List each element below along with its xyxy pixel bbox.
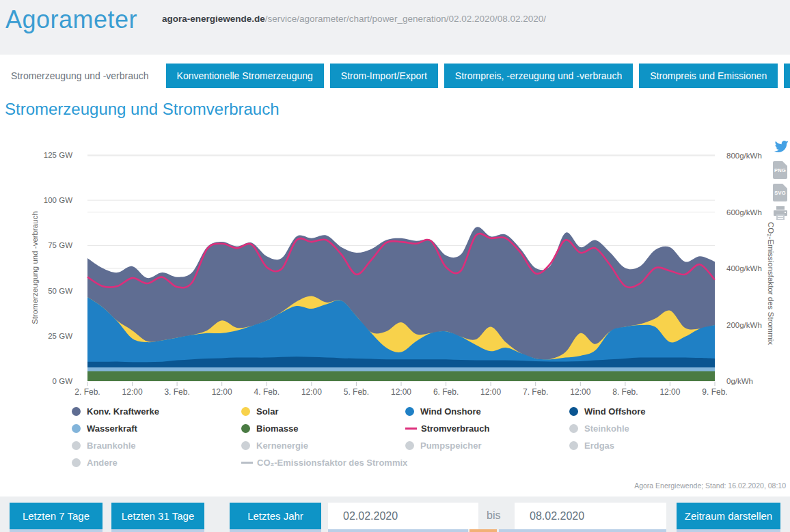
legend-item-wind-onshore[interactable]: Wind Onshore bbox=[405, 403, 489, 420]
legend-item-label: Wind Onshore bbox=[420, 406, 481, 417]
legend-item-co-emissionsfaktor-des-strommix[interactable]: CO₂-Emissionsfaktor des Strommix bbox=[241, 454, 407, 471]
app-header: Agorameter agora-energiewende.de/service… bbox=[0, 0, 790, 55]
svg-text:7. Feb.: 7. Feb. bbox=[523, 387, 548, 397]
legend-item-solar[interactable]: Solar bbox=[241, 403, 407, 420]
svg-text:125 GW: 125 GW bbox=[44, 151, 72, 159]
legend-item-label: Andere bbox=[87, 458, 118, 468]
date-to-input[interactable] bbox=[515, 503, 666, 529]
bis-label: bis bbox=[487, 509, 500, 522]
agorameter-logo: Agorameter bbox=[5, 5, 137, 34]
legend-item-kernenergie[interactable]: Kernenergie bbox=[241, 437, 407, 454]
legend-dot-marker bbox=[405, 441, 414, 450]
legend-dot-marker bbox=[405, 407, 414, 416]
legend-item-label: Wasserkraft bbox=[87, 423, 137, 434]
legend-dot-marker bbox=[569, 407, 578, 416]
date-from-input[interactable] bbox=[328, 503, 478, 529]
legend-item-label: Braunkohle bbox=[87, 440, 136, 451]
range-button-3[interactable]: Letztes Jahr bbox=[230, 503, 321, 529]
svg-text:400g/kWh: 400g/kWh bbox=[726, 264, 762, 272]
area-wind-offshore bbox=[87, 356, 715, 381]
svg-text:600g/kWh: 600g/kWh bbox=[726, 208, 762, 216]
apply-range-button[interactable]: Zeitraum darstellen bbox=[677, 503, 780, 529]
legend-item-wind-offshore[interactable]: Wind Offshore bbox=[569, 403, 645, 420]
legend-item-label: Solar bbox=[256, 406, 279, 417]
datepicker-edge bbox=[328, 529, 468, 532]
datepicker-edge bbox=[111, 529, 204, 532]
legend-dot-marker bbox=[72, 424, 81, 433]
svg-text:6. Feb.: 6. Feb. bbox=[433, 387, 459, 397]
svg-text:12:00: 12:00 bbox=[480, 387, 501, 397]
svg-download-icon[interactable]: SVG bbox=[773, 184, 789, 201]
tab-3[interactable]: Strom-Import/Export bbox=[330, 64, 438, 88]
tab-5[interactable]: Strompreis und Emissionen bbox=[639, 64, 778, 88]
tab-6[interactable]: Auf einen Blick bbox=[784, 64, 790, 88]
range-button-2[interactable]: Letzten 31 Tage bbox=[111, 503, 204, 529]
legend-dot-marker bbox=[72, 458, 81, 467]
breadcrumb: agora-energiewende.de/service/agorameter… bbox=[162, 14, 546, 24]
area-wind-onshore bbox=[87, 297, 715, 381]
legend-dot-marker bbox=[72, 407, 81, 416]
svg-text:0 GW: 0 GW bbox=[53, 377, 73, 385]
legend-column-2: SolarBiomasseKernenergieCO₂-Emissionsfak… bbox=[241, 403, 407, 471]
svg-text:12:00: 12:00 bbox=[301, 387, 322, 397]
svg-text:9. Feb.: 9. Feb. bbox=[702, 387, 727, 397]
legend-item-label: Steinkohle bbox=[584, 423, 629, 434]
datepicker-edge bbox=[677, 529, 780, 532]
legend-item-label: Erdgas bbox=[584, 440, 614, 451]
chart-legend: Konv. KraftwerkeWasserkraftBraunkohleAnd… bbox=[0, 403, 790, 475]
tab-1[interactable]: Stromerzeugung und -verbrauch bbox=[0, 64, 160, 88]
svg-text:100 GW: 100 GW bbox=[44, 196, 72, 204]
breadcrumb-domain: agora-energiewende.de bbox=[162, 14, 265, 24]
legend-item-wasserkraft[interactable]: Wasserkraft bbox=[72, 420, 159, 437]
legend-item-pumpspeicher[interactable]: Pumpspeicher bbox=[405, 437, 489, 454]
legend-item-label: Stromverbrauch bbox=[421, 423, 489, 434]
legend-dot-marker bbox=[569, 441, 578, 450]
svg-text:200g/kWh: 200g/kWh bbox=[726, 321, 762, 329]
datepicker-edge bbox=[499, 529, 666, 532]
legend-column-3: Wind OnshoreStromverbrauchPumpspeicher bbox=[405, 403, 489, 454]
print-icon[interactable] bbox=[773, 206, 789, 223]
svg-text:0g/kWh: 0g/kWh bbox=[726, 377, 753, 385]
area-solar bbox=[87, 296, 715, 381]
svg-text:CO₂-Emissionsfaktor des Stromm: CO₂-Emissionsfaktor des Strommix bbox=[767, 222, 775, 345]
svg-text:75 GW: 75 GW bbox=[48, 241, 72, 249]
svg-text:5. Feb.: 5. Feb. bbox=[344, 387, 369, 397]
agorameter-app: Agorameter agora-energiewende.de/service… bbox=[0, 0, 790, 532]
legend-dot-marker bbox=[72, 441, 81, 450]
legend-item-label: Biomasse bbox=[256, 423, 298, 434]
date-range-bar: bis Zeitraum darstellen Letzten 7 TageLe… bbox=[0, 496, 790, 532]
svg-text:3. Feb.: 3. Feb. bbox=[164, 387, 189, 397]
legend-item-label: Pumpspeicher bbox=[420, 440, 482, 451]
legend-item-biomasse[interactable]: Biomasse bbox=[241, 420, 407, 437]
legend-dot-marker bbox=[241, 424, 250, 433]
legend-dot-marker bbox=[241, 407, 250, 416]
legend-item-andere[interactable]: Andere bbox=[72, 454, 159, 471]
legend-column-4: Wind OffshoreSteinkohleErdgas bbox=[569, 403, 645, 454]
legend-item-erdgas[interactable]: Erdgas bbox=[569, 437, 645, 454]
datepicker-highlight-edge bbox=[469, 529, 497, 532]
legend-item-steinkohle[interactable]: Steinkohle bbox=[569, 420, 645, 437]
svg-text:4. Feb.: 4. Feb. bbox=[254, 387, 280, 397]
svg-text:12:00: 12:00 bbox=[391, 387, 411, 397]
svg-text:25 GW: 25 GW bbox=[48, 332, 72, 340]
twitter-share-icon[interactable] bbox=[773, 140, 789, 156]
png-download-icon[interactable]: PNG bbox=[773, 161, 789, 179]
legend-item-braunkohle[interactable]: Braunkohle bbox=[72, 437, 159, 454]
datepicker-edge bbox=[10, 529, 103, 532]
legend-item-stromverbrauch[interactable]: Stromverbrauch bbox=[405, 420, 489, 437]
svg-text:2. Feb.: 2. Feb. bbox=[74, 387, 100, 397]
legend-item-konv-kraftwerke[interactable]: Konv. Kraftwerke bbox=[72, 403, 159, 420]
svg-text:50 GW: 50 GW bbox=[48, 287, 72, 295]
range-button-1[interactable]: Letzten 7 Tage bbox=[10, 503, 103, 529]
legend-line-marker bbox=[405, 428, 417, 430]
page-title: Stromerzeugung und Stromverbrauch bbox=[5, 100, 280, 119]
tab-2[interactable]: Konventionelle Stromerzeugung bbox=[166, 64, 324, 88]
legend-item-label: Konv. Kraftwerke bbox=[87, 406, 159, 417]
export-toolbar: PNGSVG bbox=[773, 140, 789, 227]
legend-line-marker bbox=[241, 462, 253, 464]
svg-text:12:00: 12:00 bbox=[570, 387, 590, 397]
tab-4[interactable]: Strompreis, -erzeugung und -verbrauch bbox=[444, 64, 633, 88]
svg-text:12:00: 12:00 bbox=[659, 387, 680, 397]
legend-item-label: Kernenergie bbox=[256, 440, 308, 451]
area-wasserkraft bbox=[87, 367, 715, 381]
